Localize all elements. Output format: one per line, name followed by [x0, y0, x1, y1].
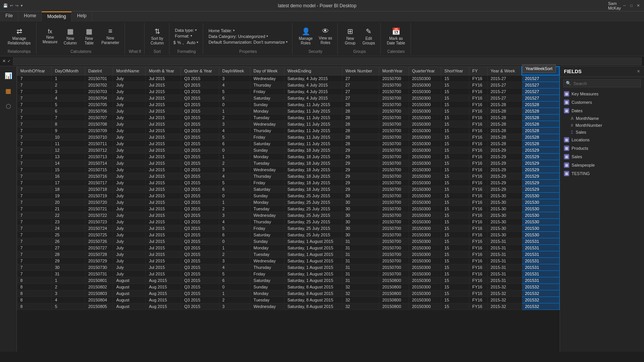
table-cell: Wednesday	[250, 121, 284, 128]
table-cell: 20150703	[85, 88, 113, 95]
col-header-year&week[interactable]: Year & Week	[487, 67, 522, 75]
manage-roles-button[interactable]: 👤 ManageRoles	[296, 25, 315, 48]
new-group-button[interactable]: ⊞ NewGroup	[342, 25, 358, 48]
field-group-customers[interactable]: ▦Customers	[560, 98, 644, 106]
table-cell: 14	[52, 160, 85, 167]
field-group-locations[interactable]: ▦Locations	[560, 136, 644, 144]
format-dropdown[interactable]: Format: ▾	[173, 33, 200, 39]
col-header-monthname[interactable]: MonthName	[113, 67, 146, 75]
table-cell: 20150724	[85, 225, 113, 232]
field-group-testing[interactable]: ▦TESTING	[560, 169, 644, 178]
col-header-monthofyear[interactable]: MonthOfYear	[17, 67, 52, 75]
table-cell: 29	[342, 173, 379, 180]
col-header-weekending[interactable]: WeekEnding	[284, 67, 342, 75]
close-button[interactable]: ✕	[636, 3, 641, 8]
view-as-roles-button[interactable]: 👁 View asRoles	[317, 25, 335, 48]
field-group-key-measures[interactable]: ▦Key Measures	[560, 90, 644, 98]
table-cell: Jul 2015	[146, 219, 181, 225]
redo-icon[interactable]: ↪	[15, 3, 18, 8]
search-input[interactable]	[573, 81, 638, 86]
table-cell: 5	[219, 271, 250, 277]
comma-symbol[interactable]: ,	[182, 40, 184, 45]
col-header-quarter&year[interactable]: Quarter & Year	[181, 67, 219, 75]
field-group-salespeople[interactable]: ▦Salespeople	[560, 161, 644, 169]
col-header-dateint[interactable]: DateInt	[85, 67, 113, 75]
new-measure-button[interactable]: fx NewMeasure	[40, 25, 60, 48]
new-column-button[interactable]: ▦ NewColumn	[61, 25, 79, 48]
mark-date-table-button[interactable]: 📅 Mark asDate Table	[384, 25, 407, 48]
tab-modeling[interactable]: Modeling	[42, 11, 72, 21]
model-view-icon[interactable]: ⬡	[2, 100, 15, 112]
table-cell: 15	[441, 173, 469, 180]
table-cell: FY16	[469, 141, 487, 147]
col-header-monthyear[interactable]: MonthYear	[379, 67, 409, 75]
table-cell: 7	[17, 95, 52, 102]
col-header-dayinweek[interactable]: DayInWeek	[219, 67, 250, 75]
field-group-dates[interactable]: ▦Dates	[560, 106, 644, 115]
tab-home[interactable]: Home	[18, 11, 42, 21]
table-cell: FY16	[469, 147, 487, 154]
default-summarization-dropdown[interactable]: Default Summarization: Don't summarize ▾	[207, 39, 289, 45]
maximize-button[interactable]: □	[629, 3, 634, 8]
col-header-shortyear[interactable]: ShortYear	[441, 67, 469, 75]
new-parameter-button[interactable]: ≡ NewParameter	[99, 25, 122, 48]
col-header-dayofmonth[interactable]: DayOfMonth	[52, 67, 85, 75]
table-cell: 5	[52, 303, 85, 310]
table-cell: 1	[219, 290, 250, 297]
table-cell: 28	[342, 108, 379, 115]
field-subitem-monthnumber[interactable]: #MonthNumber	[560, 122, 644, 129]
col-header-weeknumber[interactable]: Week Number	[342, 67, 379, 75]
report-view-icon[interactable]: 📊	[2, 69, 15, 82]
col-header-yearweeksort[interactable]: YearWeekSort	[522, 67, 559, 75]
table-cell: 31	[342, 251, 379, 258]
table-cell: 20150700	[379, 75, 409, 82]
percent-symbol[interactable]: %	[177, 40, 181, 45]
data-type-dropdown[interactable]: Data type: ▾	[173, 28, 200, 33]
fields-expand-icon[interactable]: ✕	[637, 69, 640, 74]
table-cell: 20150300	[409, 199, 441, 206]
table-group-icon: ▦	[564, 154, 569, 159]
cancel-formula-button[interactable]: ✕	[2, 59, 6, 64]
table-cell: FY16	[469, 219, 487, 225]
tab-help[interactable]: Help	[72, 11, 92, 21]
minimize-button[interactable]: ─	[622, 3, 627, 8]
undo-icon[interactable]: ↩	[10, 3, 13, 8]
data-category-dropdown[interactable]: Data Category: Uncategorized ▾	[207, 34, 289, 39]
field-group-sales[interactable]: ▦Sales	[560, 152, 644, 161]
table-cell: FY16	[469, 271, 487, 277]
confirm-formula-button[interactable]: ✓	[7, 59, 11, 64]
search-box[interactable]: 🔍	[563, 79, 641, 87]
data-view-icon[interactable]: ▦	[2, 85, 15, 97]
col-header-fy[interactable]: FY	[469, 67, 487, 75]
table-cell: FY16	[469, 88, 487, 95]
table-cell: Jul 2015	[146, 258, 181, 264]
col-header-month&year[interactable]: Month & Year	[146, 67, 181, 75]
col-header-quarteryear[interactable]: QuarterYear	[409, 67, 441, 75]
table-cell: 3	[52, 290, 85, 297]
data-table-container[interactable]: MonthOfYearDayOfMonthDateIntMonthNameMon…	[17, 66, 560, 352]
table-cell: 32	[342, 290, 379, 297]
save-icon[interactable]: 💾	[3, 3, 8, 8]
sort-by-column-button[interactable]: ⇅ Sort byColumn	[148, 25, 166, 48]
field-subitem-monthname[interactable]: AMonthName	[560, 115, 644, 122]
tab-file[interactable]: File	[0, 11, 18, 21]
table-cell: FY16	[469, 173, 487, 180]
table-cell: 18	[52, 186, 85, 193]
table-cell: 29	[342, 160, 379, 167]
field-subitem-sales[interactable]: ΣSales	[560, 129, 644, 136]
col-header-dayofweek[interactable]: Day of Week	[250, 67, 284, 75]
window-controls[interactable]: Sam McKay ─ □ ✕	[612, 3, 641, 8]
table-cell: 25	[52, 232, 85, 238]
auto-dropdown[interactable]: Auto ▾	[185, 40, 200, 45]
table-cell: Q3 2015	[181, 75, 219, 82]
formula-input[interactable]	[13, 57, 642, 65]
table-cell: 20150300	[409, 167, 441, 173]
edit-groups-button[interactable]: ✎ EditGroups	[360, 25, 377, 48]
manage-relationships-button[interactable]: ⇄ ManageRelationships	[5, 25, 33, 48]
ribbon-content: ⇄ ManageRelationships Relationships fx N…	[0, 21, 644, 56]
new-table-button[interactable]: ▦ NewTable	[80, 25, 97, 48]
currency-symbol[interactable]: $	[173, 40, 176, 45]
home-table-dropdown[interactable]: Home Table: ▾	[207, 28, 289, 33]
field-group-products[interactable]: ▦Products	[560, 144, 644, 152]
table-cell: 15	[441, 180, 469, 186]
